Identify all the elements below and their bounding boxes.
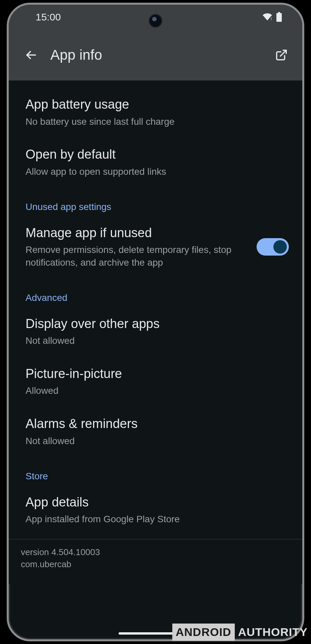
manage-app-if-unused-item[interactable]: Manage app if unused Remove permissions,… [9, 216, 302, 278]
watermark-plain: AUTHORITY [235, 624, 311, 641]
svg-text:!: ! [270, 17, 272, 21]
page-title: App info [42, 47, 271, 63]
svg-rect-3 [276, 13, 282, 22]
front-camera [149, 14, 162, 28]
alarms-reminders-item[interactable]: Alarms & reminders Not allowed [9, 407, 302, 457]
app-bar: App info [9, 30, 302, 80]
app-details-item[interactable]: App details App installed from Google Pl… [9, 485, 302, 535]
battery-icon [276, 12, 282, 22]
item-title: Open by default [26, 147, 285, 163]
phone-frame: 15:00 ! App info App battery usage No ba… [7, 3, 304, 641]
manage-unused-toggle[interactable] [257, 238, 289, 256]
app-version: version 4.504.10003 [21, 546, 290, 558]
item-title: Display over other apps [26, 316, 285, 332]
svg-line-5 [280, 50, 286, 56]
item-subtitle: Allow app to open supported links [26, 165, 285, 178]
package-name: com.ubercab [21, 558, 290, 570]
item-title: Manage app if unused [26, 225, 249, 241]
back-button[interactable] [19, 49, 42, 61]
open-by-default-item[interactable]: Open by default Allow app to open suppor… [9, 137, 302, 187]
app-footer: version 4.504.10003 com.ubercab [9, 539, 302, 584]
item-subtitle: App installed from Google Play Store [26, 513, 285, 526]
settings-list[interactable]: App battery usage No battery use since l… [9, 80, 302, 584]
section-advanced: Advanced [9, 278, 302, 307]
item-subtitle: No battery use since last full charge [26, 115, 285, 128]
item-title: Alarms & reminders [26, 416, 285, 432]
item-title: App details [26, 494, 285, 511]
clock: 15:00 [36, 11, 61, 23]
open-external-button[interactable] [271, 49, 292, 61]
display-over-other-apps-item[interactable]: Display over other apps Not allowed [9, 307, 302, 357]
item-title: Picture-in-picture [26, 366, 285, 382]
watermark-boxed: ANDROID [172, 624, 235, 641]
svg-rect-2 [278, 12, 280, 13]
item-title: App battery usage [26, 97, 285, 113]
section-store: Store [9, 457, 302, 485]
picture-in-picture-item[interactable]: Picture-in-picture Allowed [9, 357, 302, 407]
app-battery-usage-item[interactable]: App battery usage No battery use since l… [9, 87, 302, 137]
item-subtitle: Not allowed [26, 435, 285, 447]
watermark: ANDROID AUTHORITY [172, 624, 311, 641]
item-subtitle: Not allowed [26, 334, 285, 347]
item-subtitle: Allowed [26, 384, 285, 397]
toggle-knob [273, 240, 287, 254]
section-unused-app-settings: Unused app settings [9, 187, 302, 216]
item-subtitle: Remove permissions, delete temporary fil… [26, 244, 234, 269]
wifi-icon: ! [262, 13, 273, 21]
